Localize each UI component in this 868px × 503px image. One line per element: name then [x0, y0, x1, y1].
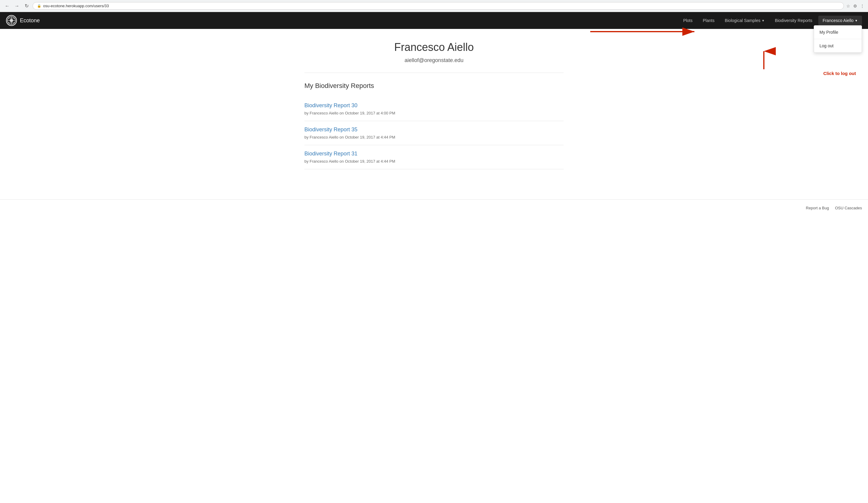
- main-content: Francesco Aiello aiellof@oregonstate.edu…: [298, 29, 570, 181]
- nav-item-user-menu[interactable]: Francesco Aiello ▼ My Profile Log out: [818, 15, 862, 25]
- caret-icon: ▼: [762, 19, 765, 22]
- reload-button[interactable]: ↻: [23, 2, 30, 10]
- browser-right-icons: ☆ ⚙ ⋮: [846, 3, 865, 8]
- nav-item-biodiversity-reports[interactable]: Biodiversity Reports: [771, 18, 817, 23]
- report-meta-1: by Francesco Aiello on October 19, 2017 …: [304, 135, 395, 139]
- user-header: Francesco Aiello aiellof@oregonstate.edu: [304, 41, 564, 73]
- nav-link-plots[interactable]: Plots: [679, 15, 697, 25]
- footer: Report a Bug OSU Cascades: [0, 199, 868, 216]
- nav-dropdown-biological-samples[interactable]: Biological Samples ▼: [721, 15, 769, 25]
- report-item-1: Biodiversity Report 35 by Francesco Aiel…: [304, 121, 564, 145]
- dropdown-divider: [814, 39, 862, 39]
- brand-name: Ecotone: [20, 18, 40, 24]
- nav-item-plants[interactable]: Plants: [699, 18, 719, 23]
- lock-icon: 🔒: [37, 4, 41, 8]
- dropdown-my-profile[interactable]: My Profile: [814, 27, 862, 38]
- report-link-1[interactable]: Biodiversity Report 35: [304, 126, 564, 133]
- url-bar[interactable]: 🔒 osu-ecotone.herokuapp.com/users/33: [32, 2, 844, 10]
- footer-osu-cascades[interactable]: OSU Cascades: [835, 206, 862, 210]
- brand-logo: [6, 15, 17, 26]
- user-email: aiellof@oregonstate.edu: [304, 57, 564, 64]
- extensions-icon[interactable]: ⚙: [853, 3, 857, 8]
- footer-report-bug[interactable]: Report a Bug: [806, 206, 829, 210]
- forward-button[interactable]: →: [13, 2, 21, 10]
- navbar-nav: Plots Plants Biological Samples ▼ Biodiv…: [679, 15, 862, 25]
- reports-section-title: My Biodiversity Reports: [304, 82, 564, 90]
- navbar-brand[interactable]: Ecotone: [6, 15, 40, 26]
- back-button[interactable]: ←: [3, 2, 11, 10]
- report-item-2: Biodiversity Report 31 by Francesco Aiel…: [304, 145, 564, 169]
- user-dropdown-menu: My Profile Log out: [814, 25, 862, 53]
- annotation-logout-label: Click to log out: [823, 71, 856, 76]
- menu-icon[interactable]: ⋮: [860, 3, 865, 8]
- dropdown-log-out[interactable]: Log out: [814, 40, 862, 51]
- navbar: Ecotone Plots Plants Biological Samples …: [0, 12, 868, 29]
- report-item-0: Biodiversity Report 30 by Francesco Aiel…: [304, 97, 564, 121]
- nav-link-plants[interactable]: Plants: [699, 15, 719, 25]
- reports-section: My Biodiversity Reports Biodiversity Rep…: [304, 82, 564, 169]
- nav-item-biological-samples[interactable]: Biological Samples ▼: [721, 15, 769, 25]
- report-link-2[interactable]: Biodiversity Report 31: [304, 150, 564, 157]
- footer-links: Report a Bug OSU Cascades: [6, 206, 862, 210]
- user-name: Francesco Aiello: [304, 41, 564, 54]
- browser-chrome: ← → ↻ 🔒 osu-ecotone.herokuapp.com/users/…: [0, 0, 868, 12]
- star-icon[interactable]: ☆: [846, 3, 850, 8]
- nav-link-biodiversity-reports[interactable]: Biodiversity Reports: [771, 15, 817, 25]
- user-menu-toggle[interactable]: Francesco Aiello ▼: [818, 15, 862, 25]
- user-menu-label: Francesco Aiello: [823, 18, 854, 23]
- url-text: osu-ecotone.herokuapp.com/users/33: [43, 3, 109, 8]
- report-meta-2: by Francesco Aiello on October 19, 2017 …: [304, 159, 395, 164]
- user-caret-icon: ▼: [855, 19, 858, 22]
- report-meta-0: by Francesco Aiello on October 19, 2017 …: [304, 111, 395, 115]
- nav-item-plots[interactable]: Plots: [679, 18, 697, 23]
- report-link-0[interactable]: Biodiversity Report 30: [304, 102, 564, 109]
